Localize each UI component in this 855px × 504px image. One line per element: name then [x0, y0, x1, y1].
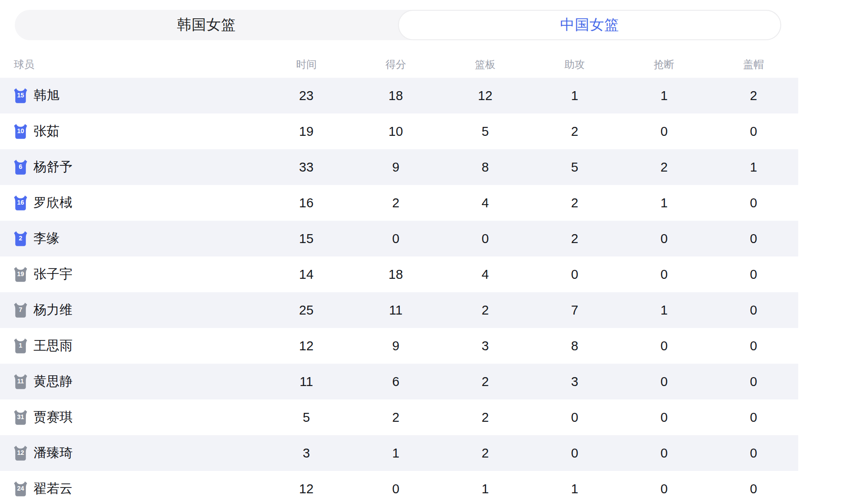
- player-name: 张子宇: [34, 265, 72, 283]
- stat-rebounds: 5: [440, 124, 530, 139]
- player-name: 张茹: [34, 122, 59, 140]
- table-row: 10 张茹 19105200: [0, 113, 798, 149]
- table-row: 1 王思雨 1293800: [0, 328, 798, 364]
- stat-steals: 1: [619, 196, 709, 210]
- stat-points: 18: [351, 267, 440, 282]
- jersey-number: 1: [14, 342, 27, 349]
- jersey-number: 31: [14, 413, 27, 421]
- jersey-icon: 2: [14, 231, 27, 246]
- stat-minutes: 19: [262, 124, 351, 139]
- header-blocks: 盖帽: [709, 58, 798, 71]
- stat-assists: 2: [530, 231, 619, 246]
- jersey-icon: 16: [14, 195, 27, 210]
- table-row: 31 贾赛琪 522000: [0, 399, 798, 435]
- jersey-icon: 12: [14, 445, 27, 461]
- jersey-number: 16: [14, 199, 27, 206]
- stat-blocks: 0: [709, 124, 798, 139]
- jersey-icon: 7: [14, 302, 27, 318]
- player-cell: 19 张子宇: [14, 265, 72, 283]
- stat-rebounds: 4: [440, 196, 530, 210]
- jersey-number: 10: [14, 127, 27, 135]
- stat-steals: 0: [619, 374, 709, 389]
- stat-steals: 1: [619, 303, 709, 318]
- stat-points: 2: [351, 410, 440, 425]
- stat-steals: 0: [619, 339, 709, 353]
- stat-rebounds: 4: [440, 267, 530, 282]
- player-cell: 15 韩旭: [14, 87, 59, 105]
- jersey-number: 24: [14, 485, 27, 492]
- player-name: 杨舒予: [34, 158, 72, 176]
- tab-china-label: 中国女篮: [560, 15, 619, 35]
- player-stats-table: 球员 时间 得分 篮板 助攻 抢断 盖帽 15 韩旭 231812112: [0, 51, 798, 504]
- player-name: 李缘: [34, 230, 59, 248]
- player-cell: 16 罗欣棫: [14, 194, 72, 212]
- table-row: 12 潘臻琦 312000: [0, 435, 798, 471]
- stat-points: 0: [351, 482, 440, 496]
- stat-minutes: 12: [262, 339, 351, 353]
- jersey-number: 6: [14, 163, 27, 171]
- team-tabbar: 韩国女篮 中国女篮: [15, 10, 781, 40]
- stat-blocks: 0: [709, 267, 798, 282]
- stat-steals: 0: [619, 446, 709, 461]
- player-name: 杨力维: [34, 301, 72, 319]
- stat-assists: 7: [530, 303, 619, 318]
- stat-assists: 0: [530, 267, 619, 282]
- player-cell: 1 王思雨: [14, 337, 72, 355]
- box-score-page: 韩国女篮 中国女篮 球员 时间 得分 篮板 助攻 抢断 盖帽 15: [0, 0, 855, 504]
- jersey-icon: 15: [14, 88, 27, 103]
- stat-points: 1: [351, 446, 440, 461]
- player-cell: 7 杨力维: [14, 301, 72, 319]
- stat-blocks: 0: [709, 482, 798, 496]
- table-row: 2 李缘 1500200: [0, 221, 798, 256]
- stat-minutes: 33: [262, 160, 351, 175]
- player-cell: 12 潘臻琦: [14, 444, 72, 462]
- table-header-row: 球员 时间 得分 篮板 助攻 抢断 盖帽: [0, 51, 798, 78]
- header-rebounds: 篮板: [440, 58, 530, 71]
- jersey-icon: 1: [14, 338, 27, 353]
- jersey-icon: 31: [14, 410, 27, 425]
- stat-minutes: 16: [262, 196, 351, 210]
- player-cell: 2 李缘: [14, 230, 59, 248]
- stat-steals: 0: [619, 267, 709, 282]
- jersey-icon: 24: [14, 481, 27, 496]
- table-row: 7 杨力维 25112710: [0, 292, 798, 328]
- stat-blocks: 1: [709, 160, 798, 175]
- player-name: 潘臻琦: [34, 444, 72, 462]
- header-minutes: 时间: [262, 58, 351, 71]
- player-name: 贾赛琪: [34, 408, 72, 426]
- stat-points: 2: [351, 196, 440, 210]
- stat-rebounds: 2: [440, 446, 530, 461]
- stat-points: 9: [351, 339, 440, 353]
- stat-rebounds: 12: [440, 88, 530, 103]
- stat-minutes: 11: [262, 374, 351, 389]
- stat-steals: 0: [619, 410, 709, 425]
- table-body: 15 韩旭 231812112 10 张茹 19105200: [0, 78, 798, 504]
- stat-blocks: 0: [709, 374, 798, 389]
- stat-steals: 0: [619, 482, 709, 496]
- player-cell: 24 翟若云: [14, 480, 72, 498]
- stat-points: 18: [351, 88, 440, 103]
- stat-blocks: 0: [709, 410, 798, 425]
- jersey-number: 12: [14, 449, 27, 457]
- header-assists: 助攻: [530, 58, 619, 71]
- tab-china-women[interactable]: 中国女篮: [398, 10, 781, 40]
- stat-blocks: 2: [709, 88, 798, 103]
- tab-korea-women[interactable]: 韩国女篮: [15, 10, 398, 40]
- stat-rebounds: 3: [440, 339, 530, 353]
- player-name: 黄思静: [34, 373, 72, 391]
- stat-blocks: 0: [709, 339, 798, 353]
- jersey-icon: 11: [14, 374, 27, 389]
- table-row: 6 杨舒予 3398521: [0, 149, 798, 185]
- jersey-number: 15: [14, 92, 27, 99]
- tab-korea-label: 韩国女篮: [177, 15, 236, 35]
- stat-assists: 2: [530, 124, 619, 139]
- stat-rebounds: 2: [440, 374, 530, 389]
- stat-assists: 0: [530, 446, 619, 461]
- stat-assists: 8: [530, 339, 619, 353]
- player-cell: 10 张茹: [14, 122, 59, 140]
- player-name: 翟若云: [34, 480, 72, 498]
- jersey-icon: 6: [14, 160, 27, 175]
- jersey-number: 11: [14, 378, 27, 385]
- player-name: 韩旭: [34, 87, 59, 105]
- stat-rebounds: 2: [440, 410, 530, 425]
